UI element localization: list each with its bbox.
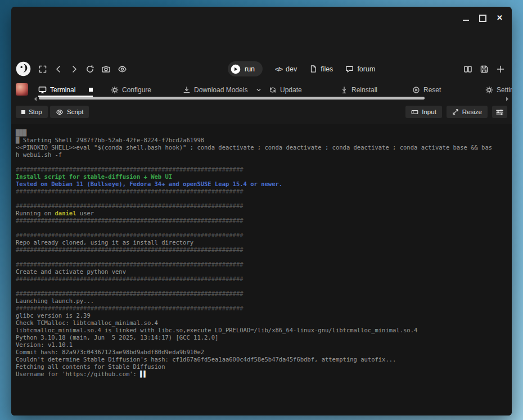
terminal-text-segment: ########################################… <box>16 290 244 297</box>
terminal-line: ########################################… <box>16 246 507 254</box>
eye-icon <box>56 109 64 116</box>
terminal-text-segment: ########################################… <box>16 305 244 311</box>
terminal-text-segment: ########################################… <box>16 246 244 253</box>
toolbar-center-actions: run </> dev files forum <box>228 61 375 76</box>
terminal-text-segment: Username for 'https://github.com': <box>16 371 140 377</box>
terminal-text-segment: █ <box>16 137 23 143</box>
terminal-line: ########################################… <box>16 290 507 297</box>
horizontal-scrollbar-thumb[interactable] <box>39 97 425 100</box>
terminal-text-segment: Launching launch.py... <box>16 297 94 304</box>
plus-icon[interactable] <box>496 65 505 74</box>
window-controls: ✕ <box>463 14 503 22</box>
terminal-line: ########################################… <box>16 232 507 239</box>
split-columns-icon[interactable] <box>463 65 472 74</box>
save-icon[interactable] <box>480 65 489 74</box>
desktop-background: ✕ <box>0 0 523 420</box>
maximize-icon[interactable] <box>479 15 486 22</box>
terminal-line: ███ <box>16 129 507 137</box>
terminal-line <box>16 283 507 290</box>
tab-label: Download Models <box>194 86 247 94</box>
terminal-text-segment: h webui.sh -f <box>16 151 62 158</box>
script-button[interactable]: Script <box>50 106 89 118</box>
forward-icon[interactable] <box>70 65 79 74</box>
tab-settings[interactable]: Settings <box>485 84 512 96</box>
pinokio-logo-icon[interactable] <box>16 61 31 76</box>
back-icon[interactable] <box>54 65 63 74</box>
input-button[interactable]: Input <box>405 106 442 118</box>
tab-reinstall[interactable]: Reinstall <box>340 84 377 96</box>
dev-button-label: dev <box>286 65 297 73</box>
fullscreen-icon[interactable] <box>38 65 47 74</box>
reset-icon <box>412 86 420 94</box>
files-button-label: files <box>321 65 333 73</box>
terminal-line: libtcmalloc_minimal.so.4 is linked with … <box>16 327 507 334</box>
scroll-right-arrow-icon[interactable] <box>506 97 508 101</box>
camera-icon[interactable] <box>101 65 111 74</box>
tab-label: Terminal <box>50 86 75 94</box>
terminal-output[interactable]: ████ Starting Shell 2987f7bb-52ab-42fe-8… <box>11 124 512 416</box>
terminal-line <box>16 224 507 232</box>
terminal-text-segment: ########################################… <box>16 276 244 282</box>
dev-button[interactable]: </> dev <box>275 65 297 73</box>
file-icon <box>309 65 317 73</box>
resize-button-label: Resize <box>462 109 482 115</box>
terminal-text-segment: Install script for stable-diffusion + We… <box>16 173 172 180</box>
terminal-text-segment: libtcmalloc_minimal.so.4 is linked with … <box>16 327 417 333</box>
terminal-text-segment: Tested on Debian 11 (Bullseye), Fedora 3… <box>16 180 282 187</box>
files-button[interactable]: files <box>309 65 333 73</box>
terminal-line <box>16 195 507 202</box>
terminal-line: Launching launch.py... <box>16 297 507 305</box>
terminal-line <box>16 254 507 261</box>
terminal-text-segment: Commit hash: 82a973c04367123ae98bd9abdf8… <box>16 349 204 355</box>
terminal-text-segment: daniel <box>55 210 76 216</box>
refresh-icon <box>269 86 277 94</box>
stop-button[interactable]: Stop <box>16 106 48 118</box>
minimize-icon[interactable] <box>463 20 469 21</box>
stop-square-icon <box>21 110 25 114</box>
tab-reset[interactable]: Reset <box>412 84 441 96</box>
tab-label: Configure <box>122 86 151 94</box>
terminal-line: Repo already cloned, using it as install… <box>16 239 507 246</box>
reload-icon[interactable] <box>85 65 94 74</box>
terminal-line: █ Starting Shell 2987f7bb-52ab-42fe-8224… <box>16 137 507 144</box>
tab-download-models[interactable]: Download Models <box>183 84 262 96</box>
eye-icon[interactable] <box>118 65 127 74</box>
resize-button[interactable]: Resize <box>447 106 488 118</box>
tab-configure[interactable]: Configure <box>111 84 151 96</box>
terminal-line: Python 3.10.18 (main, Jun 5 2025, 13:14:… <box>16 334 507 341</box>
forum-button-label: forum <box>357 65 375 73</box>
terminal-settings-button[interactable] <box>492 106 507 118</box>
terminal-text-segment: <<PINOKIO_SHELL>>eval "$(conda shell.bas… <box>16 144 492 151</box>
terminal-text-segment: ███ <box>16 129 26 136</box>
terminal-line: Username for 'https://github.com': ▌▌ <box>16 371 507 378</box>
terminal-line <box>16 159 507 166</box>
terminal-text-segment: ########################################… <box>16 202 244 209</box>
tab-update[interactable]: Update <box>269 84 302 96</box>
tab-terminal[interactable]: Terminal <box>38 84 93 97</box>
app-window: ✕ <box>11 7 512 416</box>
download-icon <box>183 86 191 94</box>
terminal-line: Create and activate python venv <box>16 268 507 276</box>
terminal-cursor: ▌▌ <box>140 371 147 377</box>
terminal-line: Couldn't determine Stable Diffusion's ha… <box>16 356 507 363</box>
app-avatar <box>16 83 28 96</box>
terminal-line: <<PINOKIO_SHELL>>eval "$(conda shell.bas… <box>16 144 507 151</box>
terminal-line: h webui.sh -f <box>16 151 507 159</box>
monitor-icon <box>38 85 47 94</box>
terminal-text-segment: Create and activate python venv <box>16 268 126 275</box>
stop-process-square-icon[interactable] <box>89 88 93 92</box>
run-button-label: run <box>245 65 255 73</box>
terminal-right-actions: Input Resize <box>405 106 507 118</box>
chevron-down-icon[interactable] <box>255 87 262 93</box>
terminal-line: glibc version is 2.39 <box>16 312 507 319</box>
close-icon[interactable]: ✕ <box>497 14 503 22</box>
terminal-line: ########################################… <box>16 217 507 224</box>
terminal-line: ########################################… <box>16 261 507 268</box>
run-button[interactable]: run <box>228 61 263 76</box>
terminal-line: ########################################… <box>16 202 507 210</box>
chat-icon <box>345 65 354 73</box>
terminal-line: ########################################… <box>16 188 507 195</box>
forum-button[interactable]: forum <box>345 65 375 73</box>
scroll-left-arrow-icon[interactable] <box>34 97 37 101</box>
sliders-icon <box>495 108 504 116</box>
